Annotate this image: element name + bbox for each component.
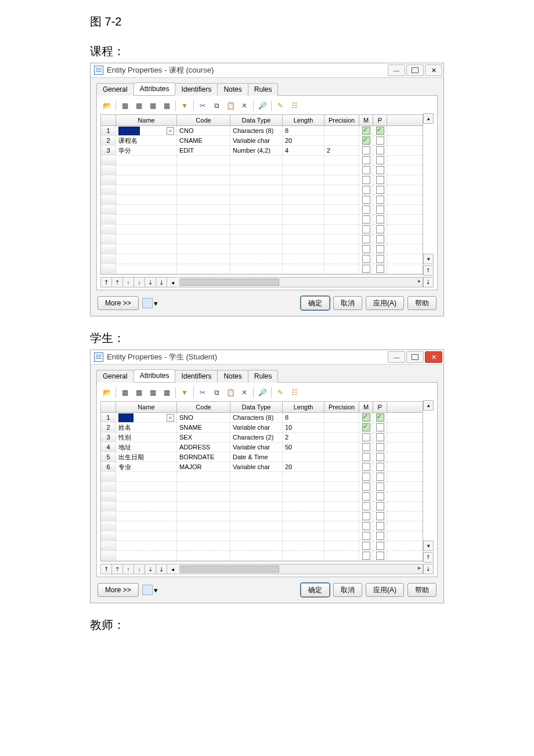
table-row[interactable]	[101, 156, 423, 165]
checkbox-icon[interactable]	[376, 512, 384, 520]
tab-general[interactable]: General	[96, 370, 134, 383]
table-row[interactable]	[101, 254, 423, 264]
col-code[interactable]: Code	[177, 402, 230, 412]
checkbox-icon[interactable]	[376, 245, 384, 253]
checkbox-icon[interactable]	[362, 473, 370, 481]
scroll-up-icon[interactable]: ▴	[423, 400, 434, 411]
checkbox-icon[interactable]	[362, 265, 370, 273]
checkbox-icon[interactable]	[362, 176, 370, 184]
add-row-icon[interactable]: ▦	[132, 99, 145, 112]
checkbox-icon[interactable]	[376, 423, 384, 431]
cell-primary[interactable]	[373, 452, 387, 462]
checkbox-icon[interactable]	[362, 196, 370, 204]
checkbox-icon[interactable]	[376, 413, 384, 422]
cell-mandatory[interactable]	[359, 423, 373, 432]
tab-rules[interactable]: Rules	[248, 370, 279, 383]
scroll-bottom-icon[interactable]: ⤓	[423, 564, 434, 574]
col-datatype[interactable]: Data Type	[230, 402, 283, 412]
checkbox-icon[interactable]	[376, 492, 384, 501]
checkbox-icon[interactable]	[362, 492, 370, 501]
cell-code[interactable]: BORNDATE	[177, 452, 230, 462]
cell-mandatory[interactable]	[359, 146, 373, 155]
cell-name[interactable]: 学号=	[116, 413, 177, 422]
table-row[interactable]	[101, 512, 423, 521]
checkbox-icon[interactable]	[362, 136, 370, 145]
checkbox-icon[interactable]	[362, 463, 370, 471]
actions-menu[interactable]: ▾	[142, 298, 158, 308]
checkbox-icon[interactable]	[362, 483, 370, 491]
checkbox-icon[interactable]	[362, 146, 370, 154]
insert-row-icon[interactable]: ▦	[118, 99, 131, 112]
nav-prev[interactable]: ↑	[122, 277, 134, 287]
more-button[interactable]: More >>	[98, 296, 139, 310]
cell-code[interactable]: SNAME	[177, 423, 230, 432]
table-row[interactable]	[101, 175, 423, 185]
checkbox-icon[interactable]	[362, 225, 370, 233]
paste-icon[interactable]: 📋	[224, 386, 237, 399]
cell-precision[interactable]	[324, 433, 359, 442]
table-row[interactable]: 4 地址 ADDRESS Variable char 50	[101, 442, 423, 452]
tab-general[interactable]: General	[96, 83, 134, 96]
cell-primary[interactable]	[373, 126, 387, 135]
col-primary[interactable]: P	[373, 402, 387, 412]
cell-precision[interactable]	[324, 452, 359, 462]
cell-datatype[interactable]: Variable char	[230, 136, 283, 145]
nav-next-page[interactable]: ⇣	[145, 564, 156, 574]
checkbox-icon[interactable]	[362, 156, 370, 164]
cell-length[interactable]: 20	[283, 462, 324, 471]
cell-code[interactable]: CNAME	[177, 136, 230, 145]
cell-datatype[interactable]: Characters (2)	[230, 433, 283, 442]
cell-code[interactable]: SNO	[177, 413, 230, 422]
checkbox-icon[interactable]	[376, 186, 384, 194]
cell-datatype[interactable]: Variable char	[230, 462, 283, 471]
cell-code[interactable]: MAJOR	[177, 462, 230, 471]
cell-mandatory[interactable]	[359, 452, 373, 462]
horizontal-scrollbar[interactable]	[179, 277, 423, 287]
cell-code[interactable]: SEX	[177, 433, 230, 442]
checkbox-icon[interactable]	[376, 225, 384, 233]
cell-mandatory[interactable]	[359, 442, 373, 452]
table-row[interactable]: 6 专业 MAJOR Variable char 20	[101, 462, 423, 472]
checkbox-icon[interactable]	[362, 235, 370, 243]
col-length[interactable]: Length	[283, 402, 324, 412]
cell-name[interactable]: 地址	[116, 442, 177, 452]
checkbox-icon[interactable]	[362, 413, 370, 422]
cell-name[interactable]: 课程号=	[116, 126, 177, 135]
filter-icon[interactable]: ▼	[178, 386, 191, 399]
cell-primary[interactable]	[373, 136, 387, 145]
help-button[interactable]: 帮助	[407, 296, 436, 310]
find-icon[interactable]: 🔎	[256, 99, 269, 112]
checkbox-icon[interactable]	[362, 255, 370, 263]
checkbox-icon[interactable]	[376, 473, 384, 481]
table-row[interactable]	[101, 482, 423, 492]
checkbox-icon[interactable]	[362, 542, 370, 550]
checkbox-icon[interactable]	[362, 502, 370, 510]
checkbox-icon[interactable]	[362, 423, 370, 431]
cell-primary[interactable]	[373, 146, 387, 155]
checkbox-icon[interactable]	[376, 146, 384, 154]
cell-name[interactable]: 性别	[116, 433, 177, 442]
tab-attributes[interactable]: Attributes	[134, 369, 176, 382]
horizontal-scrollbar[interactable]	[179, 564, 423, 574]
table-row[interactable]	[101, 244, 423, 254]
scroll-top-icon[interactable]: ⤒	[423, 552, 434, 563]
col-code[interactable]: Code	[177, 115, 230, 125]
table-row[interactable]: 5 出生日期 BORNDATE Date & Time	[101, 452, 423, 462]
cell-precision[interactable]	[324, 413, 359, 422]
table-row[interactable]: 3 性别 SEX Characters (2) 2	[101, 433, 423, 442]
open-icon[interactable]: 📂	[100, 99, 113, 112]
nav-prev-page[interactable]: ⇡	[111, 277, 122, 287]
cell-length[interactable]: 8	[283, 126, 324, 135]
table-row[interactable]	[101, 195, 423, 205]
col-primary[interactable]: P	[373, 115, 387, 125]
nav-next[interactable]: ↓	[134, 277, 145, 287]
checkbox-icon[interactable]	[376, 522, 384, 530]
checkbox-icon[interactable]	[376, 502, 384, 510]
checkbox-icon[interactable]	[376, 433, 384, 441]
table-row[interactable]	[101, 551, 423, 561]
check-icon[interactable]: ✎	[274, 99, 287, 112]
col-precision[interactable]: Precision	[324, 402, 359, 412]
ok-button[interactable]: 确定	[301, 296, 330, 310]
col-datatype[interactable]: Data Type	[230, 115, 283, 125]
table-row[interactable]: 1 课程号= CNO Characters (8) 8	[101, 126, 423, 136]
